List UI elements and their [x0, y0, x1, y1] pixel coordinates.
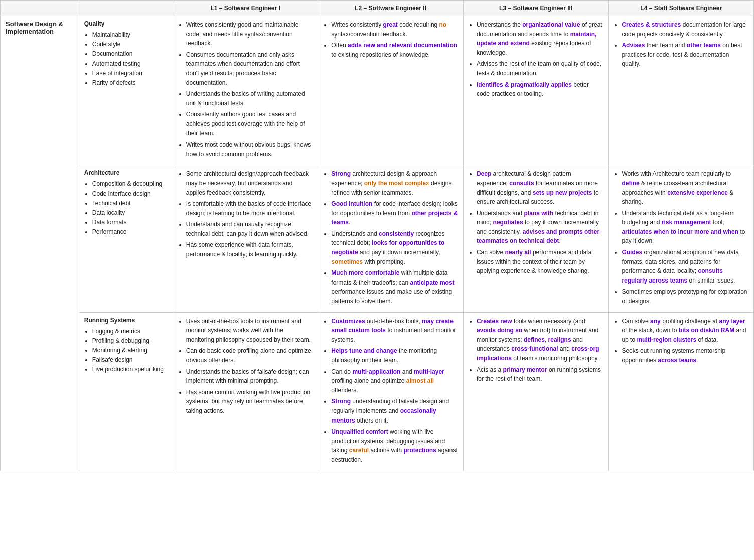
subcategory-running-systems: Running Systems Logging & metrics Profil… — [79, 312, 173, 471]
l3-quality: Understands the organizational value of … — [463, 16, 609, 165]
subcategory-quality: Quality Maintainability Code style Docum… — [79, 16, 173, 165]
l1-architecture: Some architectural design/approach feedb… — [173, 165, 318, 312]
category-cell: Software Design & Implementation — [1, 16, 79, 471]
l4-quality: Creates & structures documentation for l… — [609, 16, 754, 165]
l4-running-systems: Can solve any profiling challenge at any… — [609, 312, 754, 471]
l2-architecture: Strong architectural design & approach e… — [318, 165, 464, 312]
l3-running-systems: Creates new tools when necessary (and av… — [463, 312, 609, 471]
header-l4: L4 – Staff Software Engineer — [609, 1, 754, 16]
header-category — [1, 1, 79, 16]
table-row: Running Systems Logging & metrics Profil… — [1, 312, 754, 471]
header-subcategory — [79, 1, 173, 16]
l2-quality: Writes consistently great code requiring… — [318, 16, 464, 165]
l2-running-systems: Customizes out-of-the-box tools, may cre… — [318, 312, 464, 471]
subcategory-architecture: Architecture Composition & decoupling Co… — [79, 165, 173, 312]
table-row: Software Design & Implementation Quality… — [1, 16, 754, 165]
l4-architecture: Works with Architecture team regularly t… — [609, 165, 754, 312]
header-l2: L2 – Software Engineer II — [318, 1, 464, 16]
l3-architecture: Deep architectural & design pattern expe… — [463, 165, 609, 312]
table-row: Architecture Composition & decoupling Co… — [1, 165, 754, 312]
l1-running-systems: Uses out-of-the-box tools to instrument … — [173, 312, 318, 471]
header-l3: L3 – Software Engineer III — [463, 1, 609, 16]
l1-quality: Writes consistently good and maintainabl… — [173, 16, 318, 165]
header-l1: L1 – Software Engineer I — [173, 1, 318, 16]
